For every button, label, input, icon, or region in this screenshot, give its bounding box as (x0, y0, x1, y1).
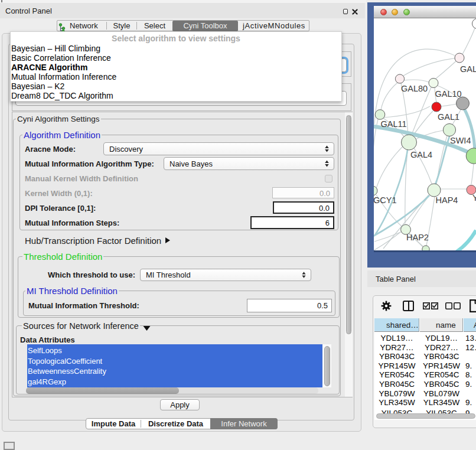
svg-text:GAL4: GAL4 (410, 150, 432, 159)
svg-text:GAL: GAL (460, 64, 476, 74)
svg-text:GAL1: GAL1 (438, 112, 459, 122)
svg-text:GAL10: GAL10 (435, 89, 462, 99)
svg-text:HAP2: HAP2 (406, 233, 429, 242)
svg-text:HAP4: HAP4 (436, 195, 458, 205)
svg-text:GAL11: GAL11 (381, 119, 407, 129)
svg-text:SWI4: SWI4 (450, 136, 471, 145)
svg-text:Y: Y (472, 193, 476, 203)
svg-text:GCY1: GCY1 (374, 195, 397, 205)
svg-text:GAL80: GAL80 (401, 84, 428, 93)
